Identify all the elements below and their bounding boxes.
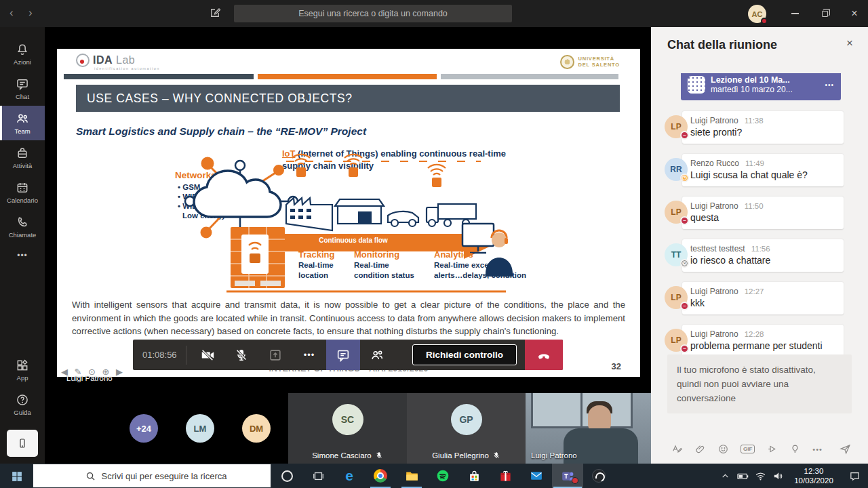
avatar: LP bbox=[665, 329, 688, 352]
chat-message-list[interactable]: Lezione del 10 Ma... martedì 10 marzo 20… bbox=[651, 73, 868, 397]
command-search-box[interactable]: Esegui una ricerca o digita un comando bbox=[234, 5, 512, 22]
task-view-icon bbox=[313, 470, 324, 482]
sidebar-item-chat[interactable]: Chat bbox=[0, 71, 45, 106]
sidebar-more-icon[interactable]: ••• bbox=[17, 244, 28, 267]
sidebar-item-chiamate[interactable]: Chiamate bbox=[0, 209, 45, 244]
sidebar-item-team[interactable]: Team bbox=[0, 106, 45, 140]
chat-message[interactable]: RR Renzo Rucco11:49 Luigi scusa la chat … bbox=[669, 154, 844, 186]
chat-panel-title: Chat della riunione bbox=[667, 38, 777, 52]
mic-off-button[interactable] bbox=[224, 340, 258, 370]
task-view-button[interactable] bbox=[302, 464, 334, 488]
mobile-app-button[interactable] bbox=[7, 430, 38, 457]
schedule-bulb-icon[interactable] bbox=[789, 443, 801, 455]
taskbar-clock[interactable]: 12:30 10/03/2020 bbox=[787, 464, 841, 488]
taskbar-app-chrome[interactable] bbox=[365, 464, 396, 488]
sidebar-item-calendario[interactable]: Calendario bbox=[0, 175, 45, 209]
briefcase-icon bbox=[16, 146, 29, 160]
cortana-button[interactable] bbox=[271, 464, 302, 488]
action-center-button[interactable] bbox=[841, 464, 868, 488]
bell-icon bbox=[16, 43, 29, 56]
slide-accent-bar bbox=[64, 74, 254, 79]
sidebar-label: Calendario bbox=[7, 197, 38, 204]
participant-tile[interactable]: SC Simone Casciaro bbox=[288, 393, 407, 464]
chat-message[interactable]: LP Luigi Patrono12:28 problema permane p… bbox=[669, 325, 844, 357]
meeting-started-card[interactable]: Lezione del 10 Ma... martedì 10 marzo 20… bbox=[681, 73, 841, 100]
chat-message[interactable]: LP Luigi Patrono11:38 siete pronti? bbox=[669, 111, 844, 144]
taskbar-app-mail[interactable] bbox=[521, 464, 552, 488]
compose-icon[interactable] bbox=[209, 7, 221, 19]
taskbar-app-spotify[interactable] bbox=[427, 464, 458, 488]
volume-icon[interactable] bbox=[769, 464, 787, 488]
chat-message[interactable]: TT testtest testtest11:56 io riesco a ch… bbox=[669, 239, 844, 272]
more-options-button[interactable]: ••• bbox=[292, 340, 326, 370]
chat-message[interactable]: LP Luigi Patrono11:50 questa bbox=[669, 197, 844, 229]
sidebar-item-attivita[interactable]: Attività bbox=[0, 140, 45, 175]
avatar[interactable]: AC bbox=[748, 5, 766, 23]
maximize-button[interactable] bbox=[811, 0, 838, 27]
slide-page-number: 32 bbox=[612, 361, 621, 371]
participant-avatar-lm[interactable]: LM bbox=[186, 414, 214, 443]
sidebar-label: App bbox=[17, 374, 28, 382]
send-icon[interactable] bbox=[839, 443, 852, 455]
taskbar-app-edge[interactable]: e bbox=[334, 464, 365, 488]
compose-more-icon[interactable]: ••• bbox=[812, 445, 823, 453]
participant-video-tile[interactable]: Luigi Patrono bbox=[526, 393, 651, 464]
message-text: kkk bbox=[690, 298, 835, 308]
sticker-icon[interactable] bbox=[766, 443, 778, 455]
toggle-chat-button[interactable] bbox=[326, 340, 360, 370]
search-icon bbox=[85, 471, 96, 481]
logo-tagline: identification automation bbox=[94, 66, 160, 70]
mobile-phone-icon bbox=[17, 437, 28, 449]
tray-chevron-icon[interactable] bbox=[716, 464, 734, 488]
forward-icon[interactable]: › bbox=[28, 6, 33, 20]
sidebar-item-app[interactable]: App bbox=[0, 352, 45, 387]
share-screen-button[interactable] bbox=[258, 340, 292, 370]
webcam-background bbox=[531, 393, 633, 428]
divider bbox=[186, 346, 186, 365]
start-button[interactable] bbox=[0, 464, 33, 488]
taskbar-app-store[interactable] bbox=[458, 464, 490, 488]
university-emblem-icon bbox=[560, 55, 574, 69]
slide-title: USE CASES – WHY CONNECTED OBJECTS? bbox=[76, 85, 620, 112]
participant-tile[interactable]: GP Giulia Pellegrino bbox=[407, 393, 526, 464]
obs-icon bbox=[592, 469, 606, 483]
apps-grid-icon bbox=[16, 359, 29, 372]
minimize-button[interactable] bbox=[781, 0, 808, 27]
overflow-participants-badge[interactable]: +24 bbox=[130, 414, 158, 443]
emoji-icon[interactable] bbox=[717, 443, 729, 455]
battery-icon[interactable] bbox=[734, 464, 751, 488]
shared-slide: IDA Lab identification automation UNIVER… bbox=[57, 49, 640, 377]
meeting-timer: 01:08:56 bbox=[133, 350, 184, 360]
taskbar-app-obs[interactable] bbox=[583, 464, 614, 488]
show-participants-button[interactable] bbox=[360, 340, 394, 370]
hang-up-button[interactable] bbox=[525, 340, 563, 370]
status-busy-badge bbox=[680, 302, 689, 310]
calendar-icon bbox=[16, 181, 29, 195]
sidebar-item-azioni[interactable]: Azioni bbox=[0, 37, 45, 71]
taskbar-app-explorer[interactable] bbox=[396, 464, 427, 488]
back-icon[interactable]: ‹ bbox=[9, 6, 14, 20]
taskbar-app-teams[interactable] bbox=[552, 464, 583, 488]
app-title-bar: ‹ › Esegui una ricerca o digita un coman… bbox=[0, 0, 868, 27]
cortana-icon bbox=[281, 470, 293, 482]
gif-icon[interactable]: GIF bbox=[741, 445, 755, 453]
close-window-button[interactable]: × bbox=[841, 0, 868, 27]
meeting-card-more-icon[interactable]: ••• bbox=[825, 81, 834, 89]
chat-message[interactable]: LP Luigi Patrono12:27 kkk bbox=[669, 282, 844, 314]
taskbar-app-gift[interactable] bbox=[490, 464, 521, 488]
request-control-button[interactable]: Richiedi controllo bbox=[412, 344, 517, 365]
format-icon[interactable] bbox=[671, 443, 683, 455]
close-chat-icon[interactable]: × bbox=[846, 37, 853, 50]
camera-off-button[interactable] bbox=[191, 340, 224, 370]
sidebar-label: Chiamate bbox=[9, 231, 37, 239]
presence-busy-dot bbox=[761, 18, 768, 24]
sidebar-item-guida[interactable]: Guida bbox=[0, 387, 45, 422]
taskbar-search-box[interactable]: Scrivi qui per eseguire la ricerca bbox=[33, 464, 271, 488]
compose-toolbar: GIF ••• bbox=[671, 443, 852, 455]
participant-avatar-dm[interactable]: DM bbox=[242, 414, 271, 443]
attach-icon[interactable] bbox=[694, 443, 706, 455]
meeting-icon bbox=[688, 76, 705, 94]
meeting-card-title: Lezione del 10 Ma... bbox=[711, 75, 793, 85]
wifi-icon[interactable] bbox=[751, 464, 769, 488]
spotify-icon bbox=[436, 469, 450, 483]
